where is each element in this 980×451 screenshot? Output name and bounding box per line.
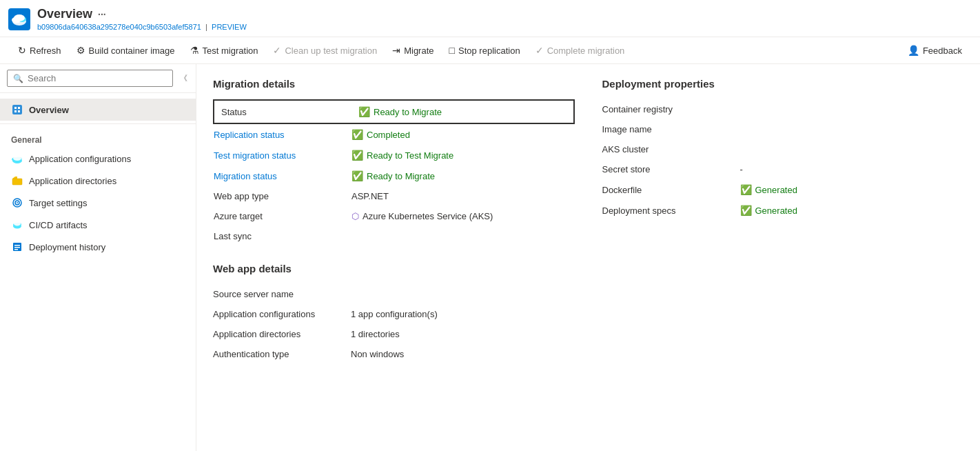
aks-cluster-label: AKS cluster xyxy=(602,139,740,159)
sidebar-item-app-configs[interactable]: Application configurations xyxy=(0,148,196,170)
app-dirs-icon xyxy=(11,174,23,187)
sidebar-item-cicd[interactable]: CI/CD artifacts xyxy=(0,214,196,236)
page-title: Overview ··· xyxy=(37,7,247,21)
cicd-label: CI/CD artifacts xyxy=(29,220,88,230)
last-sync-value xyxy=(351,226,574,246)
deployment-specs-row: Deployment specs ✅ Generated xyxy=(602,200,964,221)
test-migration-label[interactable]: Test migration status xyxy=(214,145,351,166)
build-container-button[interactable]: ⚙ Build container image xyxy=(70,41,182,59)
stop-replication-button[interactable]: □ Stop replication xyxy=(442,41,527,59)
secret-store-row: Secret store - xyxy=(602,159,964,179)
azure-target-row: Azure target ⬡ Azure Kubernetes Service … xyxy=(214,206,574,226)
migrate-label: Migrate xyxy=(404,46,433,56)
image-name-value xyxy=(740,119,964,139)
target-settings-label: Target settings xyxy=(29,198,88,208)
test-migration-check-icon: ✅ xyxy=(351,150,363,161)
web-app-type-row: Web app type ASP.NET xyxy=(214,186,574,206)
cleanup-label: Clean up test migration xyxy=(285,46,377,56)
svg-rect-14 xyxy=(12,179,22,185)
subtitle-id: b09806da640638a295278e040c9b6503afef5871 xyxy=(37,23,201,31)
complete-migration-button[interactable]: ✓ Complete migration xyxy=(529,41,632,59)
migration-status-row: Migration status ✅ Ready to Migrate xyxy=(214,166,574,186)
clean-up-button[interactable]: ✓ Clean up test migration xyxy=(266,41,384,59)
app-configs-detail-value: 1 app configuration(s) xyxy=(351,304,575,324)
deployment-history-icon xyxy=(11,241,23,253)
test-label: Test migration xyxy=(203,46,258,56)
svg-point-22 xyxy=(14,222,21,226)
svg-point-13 xyxy=(13,156,21,161)
test-migration-value: ✅ Ready to Test Migrate xyxy=(351,145,574,166)
image-name-label: Image name xyxy=(602,119,740,139)
general-section-title: General xyxy=(0,127,196,148)
refresh-icon: ↻ xyxy=(18,45,26,56)
more-options-icon[interactable]: ··· xyxy=(98,9,106,20)
last-sync-row: Last sync xyxy=(214,226,574,246)
deployment-specs-value: ✅ Generated xyxy=(740,200,964,221)
status-value: ✅ Ready to Migrate xyxy=(351,100,574,123)
feedback-button[interactable]: 👤 Feedback xyxy=(901,41,969,59)
sidebar-item-target-settings[interactable]: Target settings xyxy=(0,192,196,214)
migrate-button[interactable]: ⇥ Migrate xyxy=(385,41,440,59)
content-area: Migration details Status ✅ Ready to Migr… xyxy=(196,64,980,451)
stop-label: Stop replication xyxy=(458,46,520,56)
container-registry-row: Container registry xyxy=(602,99,964,119)
svg-rect-5 xyxy=(12,105,22,114)
replication-check-icon: ✅ xyxy=(351,129,363,140)
search-input[interactable] xyxy=(28,73,167,83)
migration-status-label[interactable]: Migration status xyxy=(214,166,351,186)
deployment-specs-text: Generated xyxy=(755,206,797,216)
cicd-icon xyxy=(11,219,23,231)
app-header: Overview ··· b09806da640638a295278e040c9… xyxy=(0,0,980,37)
app-dirs-label: Application directories xyxy=(29,176,116,186)
feedback-label: Feedback xyxy=(923,46,962,56)
deployment-history-label: Deployment history xyxy=(29,242,105,252)
test-migration-button[interactable]: ⚗ Test migration xyxy=(183,41,265,59)
secret-store-value: - xyxy=(740,159,964,179)
svg-rect-6 xyxy=(14,107,17,109)
replication-text: Completed xyxy=(367,130,410,140)
sidebar-item-deployment-history[interactable]: Deployment history xyxy=(0,236,196,258)
target-settings-icon xyxy=(11,197,23,209)
container-registry-value xyxy=(740,99,964,119)
app-configs-icon xyxy=(11,152,23,165)
svg-rect-25 xyxy=(14,247,20,248)
toolbar: ↻ Refresh ⚙ Build container image ⚗ Test… xyxy=(0,37,980,64)
test-icon: ⚗ xyxy=(190,45,199,56)
source-server-label: Source server name xyxy=(213,284,351,304)
azure-target-label: Azure target xyxy=(214,206,351,226)
replication-status-label[interactable]: Replication status xyxy=(214,123,351,145)
web-app-details-table: Source server name Application configura… xyxy=(213,284,575,364)
last-sync-label: Last sync xyxy=(214,226,351,246)
overview-label: Overview xyxy=(29,105,69,115)
aks-cluster-row: AKS cluster xyxy=(602,139,964,159)
replication-status-row: Replication status ✅ Completed xyxy=(214,123,574,145)
collapse-sidebar-button[interactable]: 《 xyxy=(178,72,189,85)
sidebar-item-app-dirs[interactable]: Application directories xyxy=(0,170,196,192)
left-column: Migration details Status ✅ Ready to Migr… xyxy=(213,78,575,364)
azure-target-value: ⬡ Azure Kubernetes Service (AKS) xyxy=(351,206,574,226)
migration-status-text: Ready to Migrate xyxy=(367,171,435,181)
complete-label: Complete migration xyxy=(547,46,625,56)
auth-type-value: Non windows xyxy=(351,344,575,364)
app-dirs-detail-label: Application directories xyxy=(213,324,351,344)
search-icon: 🔍 xyxy=(13,74,23,83)
app-subtitle: b09806da640638a295278e040c9b6503afef5871… xyxy=(37,23,247,31)
source-server-value xyxy=(351,284,575,304)
dockerfile-text: Generated xyxy=(755,185,797,195)
deployment-specs-check-icon: ✅ xyxy=(740,205,752,216)
source-server-row: Source server name xyxy=(213,284,575,304)
refresh-button[interactable]: ↻ Refresh xyxy=(11,41,68,59)
sidebar-item-overview[interactable]: Overview xyxy=(0,99,196,121)
dockerfile-check-icon: ✅ xyxy=(740,184,752,195)
aks-cluster-value xyxy=(740,139,964,159)
deployment-props-title: Deployment properties xyxy=(602,78,964,90)
build-label: Build container image xyxy=(89,46,175,56)
svg-point-18 xyxy=(17,202,18,203)
preview-link[interactable]: PREVIEW xyxy=(212,23,247,31)
status-label: Status xyxy=(214,100,351,123)
sidebar: 🔍 《 Overview General Application configu… xyxy=(0,64,196,451)
title-text: Overview xyxy=(37,7,92,21)
app-logo-icon xyxy=(8,8,30,30)
nav-divider xyxy=(0,123,196,124)
web-app-details-title: Web app details xyxy=(213,263,575,274)
